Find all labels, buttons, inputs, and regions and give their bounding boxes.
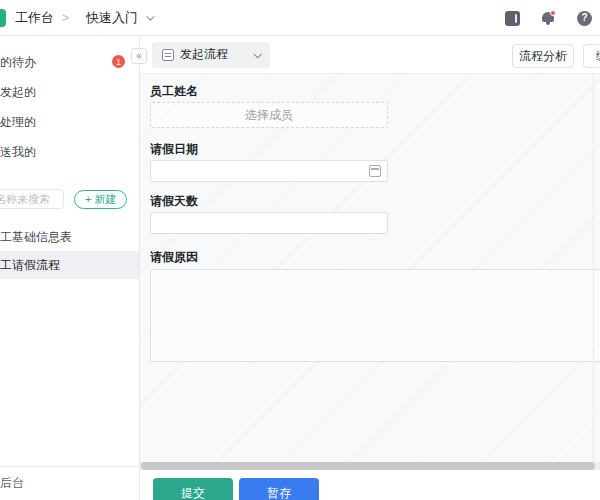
todo-count-badge: 1 <box>112 55 125 68</box>
chevron-down-icon <box>253 50 261 58</box>
sidebar-item-employee-info-form[interactable]: 员工基础信息表 <box>0 223 139 251</box>
leave-reason-textarea[interactable] <box>150 269 600 362</box>
plus-icon: + <box>85 193 91 205</box>
notification-bell-icon[interactable] <box>541 10 556 26</box>
days-input-wrap <box>150 212 388 234</box>
date-input-wrap <box>150 160 388 182</box>
search-input[interactable] <box>0 189 64 209</box>
save-draft-button[interactable]: 暂存 <box>239 478 319 500</box>
member-picker-placeholder: 选择成员 <box>245 107 293 124</box>
sidebar-item-leave-flow[interactable]: 员工请假流程 <box>0 251 139 279</box>
chevron-down-icon[interactable] <box>146 12 154 20</box>
new-app-button-label: 新建 <box>94 192 116 207</box>
app-logo-icon[interactable] <box>0 9 6 27</box>
sidebar-item-my-todo[interactable]: 我的待办 1 <box>0 47 139 77</box>
member-picker[interactable]: 选择成员 <box>150 102 388 128</box>
horizontal-scrollbar[interactable] <box>140 462 600 470</box>
form-document-icon <box>162 49 174 61</box>
notification-dot <box>550 10 556 16</box>
app-item-label: 员工基础信息表 <box>0 229 72 246</box>
field-label-employee-name: 员工姓名 <box>150 84 388 98</box>
sidebar-item-label: 我处理的 <box>0 114 36 131</box>
sidebar-item-label: 我发起的 <box>0 84 36 101</box>
breadcrumb-workbench[interactable]: 工作台 <box>15 9 54 27</box>
content-right-divider <box>593 74 594 462</box>
flow-toolbar: « 发起流程 流程分析 编辑 <box>140 36 600 74</box>
leave-days-input[interactable] <box>150 212 388 234</box>
breadcrumb-current[interactable]: 快速入门 <box>86 9 138 27</box>
submit-button[interactable]: 提交 <box>153 478 233 500</box>
breadcrumb-separator: > <box>62 11 69 25</box>
mobile-icon[interactable] <box>505 11 520 26</box>
field-label-leave-reason: 请假原因 <box>150 250 388 264</box>
sidebar-nav: 我的待办 1 我发起的 我处理的 抄送我的 <box>0 36 139 167</box>
sidebar-item-my-initiated[interactable]: 我发起的 <box>0 77 139 107</box>
flow-analysis-button[interactable]: 流程分析 <box>512 44 574 68</box>
admin-backend-link[interactable]: 管理后台 <box>0 475 24 492</box>
help-icon[interactable]: ? <box>577 11 592 26</box>
sidebar-item-cc-me[interactable]: 抄送我的 <box>0 137 139 167</box>
calendar-icon[interactable] <box>369 165 381 177</box>
leave-form: 员工姓名 选择成员 请假日期 请假天数 请假原因 <box>140 74 600 462</box>
sidebar-footer: 管理后台 <box>0 466 139 500</box>
leave-date-input[interactable] <box>150 160 388 182</box>
field-label-leave-date: 请假日期 <box>150 142 388 156</box>
flow-selector-dropdown[interactable]: 发起流程 <box>152 42 270 68</box>
main-panel: « 发起流程 流程分析 编辑 员工姓名 选择成员 请假日期 请假天数 <box>140 36 600 500</box>
scrollbar-thumb[interactable] <box>141 462 595 470</box>
field-label-leave-days: 请假天数 <box>150 194 388 208</box>
sidebar: 我的待办 1 我发起的 我处理的 抄送我的 + 新建 员工基础信息表 <box>0 36 140 500</box>
sidebar-item-my-handled[interactable]: 我处理的 <box>0 107 139 137</box>
topbar-actions: ? <box>505 0 592 36</box>
edit-button[interactable]: 编辑 <box>583 44 600 68</box>
form-footer: 提交 暂存 <box>140 470 600 500</box>
app-window: 工作台 > 快速入门 ? 我的待办 1 我发起的 我处理的 <box>0 0 600 500</box>
flow-selector-label: 发起流程 <box>180 46 228 63</box>
sidebar-search-row: + 新建 <box>0 189 139 209</box>
sidebar-collapse-button[interactable]: « <box>131 48 147 64</box>
sidebar-item-label: 我的待办 <box>0 54 36 71</box>
sidebar-app-list: 员工基础信息表 员工请假流程 <box>0 223 139 279</box>
topbar: 工作台 > 快速入门 ? <box>0 0 600 36</box>
app-item-label: 员工请假流程 <box>0 257 60 274</box>
new-app-button[interactable]: + 新建 <box>74 190 127 209</box>
sidebar-item-label: 抄送我的 <box>0 144 36 161</box>
